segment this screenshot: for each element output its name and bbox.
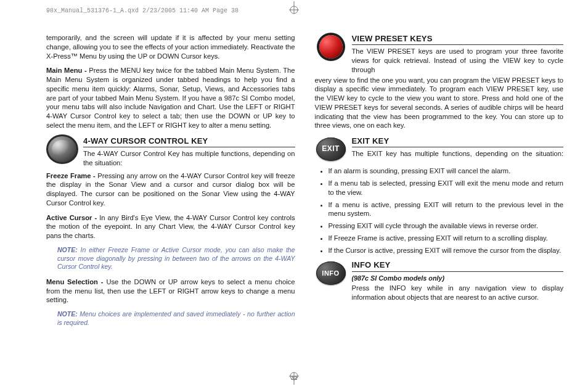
preset-heading: VIEW PRESET KEYS: [352, 33, 564, 45]
note1-text: In either Freeze Frame or Active Cursor …: [57, 246, 295, 270]
intro-paragraph: temporarily, and the screen will update …: [46, 33, 295, 60]
cursor-heading: 4-WAY CURSOR CONTROL KEY: [83, 136, 295, 147]
print-job-header: 98x_Manual_531376-1_A.qxd 2/23/2005 11:4…: [46, 7, 239, 14]
info-button-icon: INFO: [316, 261, 346, 285]
registration-icon: [282, 1, 306, 15]
main-menu-text: Press the MENU key twice for the tabbed …: [46, 67, 295, 129]
red-button-icon: [319, 35, 343, 59]
right-column: VIEW PRESET KEYS The VIEW PRESET keys ar…: [315, 33, 564, 334]
exit-heading: EXIT KEY: [352, 136, 564, 147]
active-cursor-paragraph: Active Cursor - In any Bird's Eye View, …: [46, 213, 295, 240]
exit-bullet: If a menu tab is selected, pressing EXIT…: [329, 179, 564, 197]
preset-intro: The VIEW PRESET keys are used to program…: [352, 47, 564, 74]
crop-mark-top: [282, 1, 306, 15]
exit-key-section: EXIT EXIT KEY The EXIT key has multiple …: [315, 136, 564, 163]
exit-bullet-list: If an alarm is sounding, pressing EXIT w…: [315, 166, 564, 255]
freeze-label: Freeze Frame -: [46, 172, 97, 179]
left-column: temporarily, and the screen will update …: [46, 33, 295, 334]
note1-label: NOTE:: [57, 246, 81, 253]
info-key-section: INFO INFO KEY (987c SI Combo models only…: [315, 260, 564, 302]
active-label: Active Cursor -: [46, 214, 99, 221]
menu-selection-paragraph: Menu Selection - Use the DOWN or UP arro…: [46, 277, 295, 305]
cursor-intro: The 4-WAY Cursor Control Key has multipl…: [83, 149, 295, 168]
note2-text: Menu choices are implemented and saved i…: [57, 310, 295, 326]
exit-bullet: If a menu is active, pressing EXIT will …: [329, 200, 564, 219]
info-text: Press the INFO key while in any navigati…: [352, 284, 564, 302]
two-column-layout: temporarily, and the screen will update …: [46, 33, 563, 334]
note2-label: NOTE:: [57, 310, 80, 318]
main-menu-label: Main Menu -: [46, 67, 89, 74]
view-preset-icon: [315, 33, 347, 60]
preset-continuation: every view to find the one you want, you…: [315, 76, 564, 131]
svg-point-1: [290, 6, 298, 14]
freeze-frame-paragraph: Freeze Frame - Pressing any arrow on the…: [46, 171, 295, 208]
oval-button-icon: [46, 134, 78, 164]
exit-bullet: If an alarm is sounding, pressing EXIT w…: [329, 166, 564, 176]
exit-bullet: Pressing EXIT will cycle through the ava…: [329, 221, 564, 231]
note-diagonal: NOTE: In either Freeze Frame or Active C…: [57, 246, 295, 271]
exit-key-icon: EXIT: [315, 136, 347, 163]
view-preset-section: VIEW PRESET KEYS The VIEW PRESET keys ar…: [315, 33, 564, 75]
page-number: 32: [291, 374, 298, 381]
info-key-icon: INFO: [315, 260, 347, 287]
note-saved: NOTE: Menu choices are implemented and s…: [57, 310, 295, 327]
exit-bullet: If the Cursor is active, pressing EXIT w…: [329, 246, 564, 255]
info-heading: INFO KEY: [352, 260, 564, 271]
manual-page: 98x_Manual_531376-1_A.qxd 2/23/2005 11:4…: [0, 0, 588, 386]
cursor-control-icon: [46, 136, 78, 163]
exit-intro: The EXIT key has multiple functions, dep…: [352, 149, 564, 158]
cursor-control-section: 4-WAY CURSOR CONTROL KEY The 4-WAY Curso…: [46, 136, 295, 168]
info-subhead: (987c SI Combo models only): [352, 274, 564, 282]
main-menu-paragraph: Main Menu - Press the MENU key twice for…: [46, 66, 295, 129]
exit-bullet: If Freeze Frame is active, pressing EXIT…: [329, 234, 564, 243]
exit-button-icon: EXIT: [316, 138, 346, 161]
menusel-label: Menu Selection -: [46, 278, 106, 285]
